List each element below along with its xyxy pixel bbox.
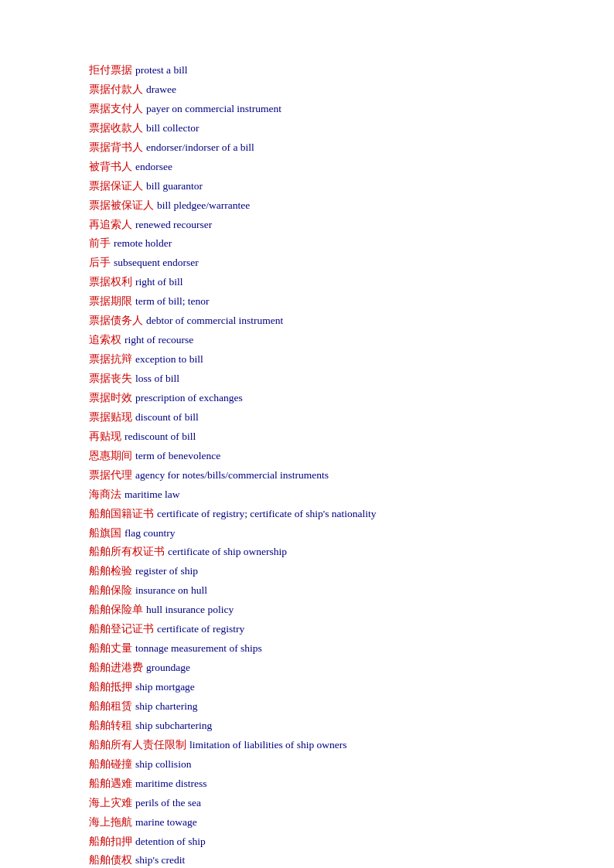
term-row: 船舶扣押detention of ship: [89, 833, 537, 851]
term-chinese: 船舶租赁: [89, 698, 132, 716]
term-english: certificate of registry: [157, 621, 244, 638]
term-english: prescription of exchanges: [135, 390, 243, 407]
term-row: 海商法maritime law: [89, 486, 537, 504]
term-row: 票据收款人bill collector: [89, 120, 537, 138]
term-english: ship's credit: [135, 852, 185, 868]
term-chinese: 海上灾难: [89, 795, 132, 812]
term-row: 船舶遇难maritime distress: [89, 775, 537, 793]
term-chinese: 票据被保证人: [89, 197, 154, 215]
term-english: right of recourse: [125, 332, 193, 349]
term-english: agency for notes/bills/commercial instru…: [135, 467, 329, 485]
term-chinese: 票据代理: [89, 467, 132, 485]
term-chinese: 票据时效: [89, 390, 132, 407]
term-chinese: 船舶登记证书: [89, 621, 154, 638]
term-row: 船舶租赁ship chartering: [89, 698, 537, 716]
term-row: 前手remote holder: [89, 235, 537, 253]
term-english: bill guarantor: [146, 178, 203, 196]
term-english: remote holder: [114, 235, 172, 253]
term-chinese: 船舶所有权证书: [89, 543, 165, 561]
term-row: 票据贴现discount of bill: [89, 409, 537, 427]
term-row: 恩惠期间term of benevolence: [89, 448, 537, 465]
term-chinese: 票据债务人: [89, 312, 143, 330]
term-row: 票据背书人endorser/indorser of a bill: [89, 139, 537, 157]
term-chinese: 船舶保险: [89, 582, 132, 600]
term-list: 拒付票据protest a bill票据付款人drawee票据支付人payer …: [89, 62, 537, 868]
term-english: tonnage measurement of ships: [135, 640, 262, 658]
term-chinese: 票据保证人: [89, 178, 143, 196]
term-row: 船舶所有人责任限制limitation of liabilities of sh…: [89, 737, 537, 754]
term-english: right of bill: [135, 274, 183, 291]
term-english: ship mortgage: [135, 679, 195, 696]
term-english: payer on commercial instrument: [146, 100, 281, 118]
term-chinese: 船舶进港费: [89, 659, 143, 677]
term-row: 船舶碰撞ship collision: [89, 756, 537, 774]
term-row: 票据保证人bill guarantor: [89, 178, 537, 196]
term-english: certificate of ship ownership: [168, 543, 287, 561]
term-row: 票据时效prescription of exchanges: [89, 390, 537, 407]
term-english: bill pledgee/warrantee: [157, 197, 250, 215]
term-row: 票据丧失loss of bill: [89, 370, 537, 388]
term-chinese: 票据支付人: [89, 100, 143, 118]
term-row: 船旗国flag country: [89, 525, 537, 543]
term-row: 再贴现rediscount of bill: [89, 428, 537, 446]
term-chinese: 追索权: [89, 332, 121, 349]
term-chinese: 票据背书人: [89, 139, 143, 157]
term-english: term of benevolence: [135, 448, 220, 465]
term-english: groundage: [146, 659, 190, 677]
term-english: drawee: [146, 81, 176, 99]
term-row: 追索权right of recourse: [89, 332, 537, 349]
term-row: 船舶保险单hull insurance policy: [89, 601, 537, 619]
term-chinese: 船舶丈量: [89, 640, 132, 658]
term-chinese: 票据收款人: [89, 120, 143, 138]
term-english: endorsee: [135, 158, 172, 176]
term-chinese: 船舶抵押: [89, 679, 132, 696]
term-english: ship collision: [135, 756, 191, 774]
term-english: discount of bill: [135, 409, 199, 427]
term-chinese: 海上拖航: [89, 814, 132, 832]
term-row: 被背书人endorsee: [89, 158, 537, 176]
term-chinese: 船舶遇难: [89, 775, 132, 793]
term-row: 票据支付人payer on commercial instrument: [89, 100, 537, 118]
term-row: 船舶转租ship subchartering: [89, 717, 537, 735]
term-english: rediscount of bill: [125, 428, 196, 446]
term-row: 船舶检验register of ship: [89, 563, 537, 580]
term-english: exception to bill: [135, 351, 203, 369]
term-english: certificate of registry; certificate of …: [157, 505, 377, 523]
term-english: register of ship: [135, 563, 198, 580]
term-chinese: 船舶所有人责任限制: [89, 737, 186, 754]
term-chinese: 票据抗辩: [89, 351, 132, 369]
term-chinese: 票据期限: [89, 293, 132, 311]
term-chinese: 海商法: [89, 486, 121, 504]
term-chinese: 船舶转租: [89, 717, 132, 735]
term-chinese: 票据权利: [89, 274, 132, 291]
term-english: limitation of liabilities of ship owners: [189, 737, 347, 754]
term-chinese: 船舶国籍证书: [89, 505, 154, 523]
term-english: hull insurance policy: [146, 601, 234, 619]
term-row: 海上灾难perils of the sea: [89, 795, 537, 812]
term-english: debtor of commercial instrument: [146, 312, 283, 330]
term-chinese: 票据丧失: [89, 370, 132, 388]
term-chinese: 船舶检验: [89, 563, 132, 580]
term-chinese: 再贴现: [89, 428, 121, 446]
term-english: protest a bill: [135, 62, 188, 80]
term-english: term of bill; tenor: [135, 293, 210, 311]
term-english: marine towage: [135, 814, 197, 832]
term-english: renewed recourser: [135, 216, 212, 234]
term-chinese: 拒付票据: [89, 62, 132, 80]
term-chinese: 船舶债权: [89, 852, 132, 868]
term-english: endorser/indorser of a bill: [146, 139, 254, 157]
term-row: 票据被保证人bill pledgee/warrantee: [89, 197, 537, 215]
term-english: maritime distress: [135, 775, 207, 793]
term-row: 票据期限term of bill; tenor: [89, 293, 537, 311]
term-chinese: 再追索人: [89, 216, 132, 234]
term-row: 船舶进港费groundage: [89, 659, 537, 677]
term-english: detention of ship: [135, 833, 206, 851]
term-row: 船舶国籍证书certificate of registry; certifica…: [89, 505, 537, 523]
term-chinese: 被背书人: [89, 158, 132, 176]
term-row: 船舶保险insurance on hull: [89, 582, 537, 600]
term-row: 船舶所有权证书certificate of ship ownership: [89, 543, 537, 561]
term-row: 后手subsequent endorser: [89, 254, 537, 272]
term-row: 票据付款人drawee: [89, 81, 537, 99]
term-english: bill collector: [146, 120, 200, 138]
term-chinese: 前手: [89, 235, 111, 253]
